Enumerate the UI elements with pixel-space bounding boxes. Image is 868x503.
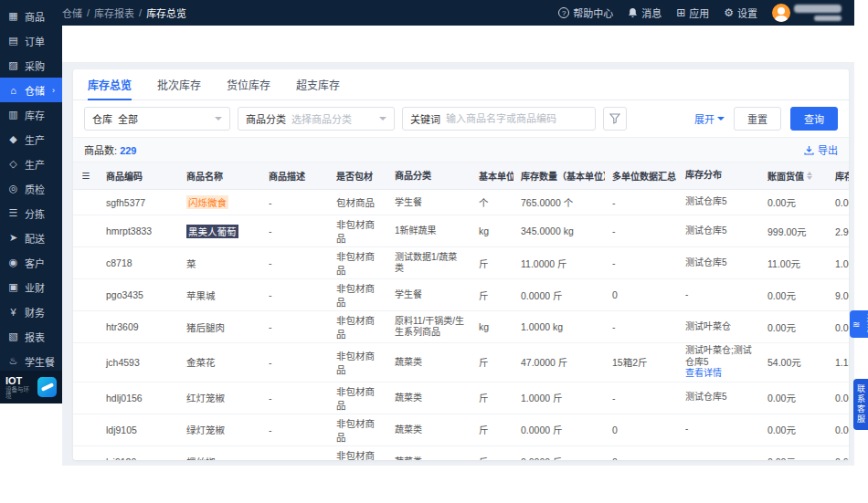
column-header[interactable]: 商品名称 bbox=[179, 162, 261, 189]
sidebar-item-质检[interactable]: ◎ 质检 › bbox=[0, 176, 62, 201]
table-row[interactable]: ldj9105 绿灯笼椒 - 非包材商品 蔬菜类 斤 0.0000 斤 0 - … bbox=[73, 414, 849, 446]
reset-button[interactable]: 重置 bbox=[734, 107, 781, 131]
table-row[interactable]: c8718 菜 - 非包材商品 测试数据1/蔬菜类 斤 11.0000 斤 - … bbox=[73, 247, 849, 279]
tab-批次库存[interactable]: 批次库存 bbox=[157, 69, 201, 100]
column-settings-icon[interactable]: ☰ bbox=[73, 162, 99, 189]
cell-category: 学生餐 bbox=[387, 279, 471, 310]
column-header[interactable]: 库存数量（基本单位） bbox=[513, 162, 605, 189]
sidebar-item-仓储[interactable]: ⌂ 仓储 › bbox=[0, 78, 62, 102]
sidebar-item-库存[interactable]: ▥ 库存 › bbox=[0, 102, 62, 127]
cell-product-code: c8718 bbox=[99, 247, 179, 278]
category-select[interactable]: 商品分类 选择商品分类 bbox=[238, 107, 395, 131]
apps-grid-icon: ⊞ bbox=[676, 7, 685, 18]
sidebar-item-label: 报表 bbox=[25, 330, 45, 344]
column-header[interactable]: 账面货值 bbox=[760, 162, 828, 189]
column-header[interactable]: 商品分类 bbox=[387, 162, 471, 189]
table-row[interactable]: jch4593 金菜花 - 非包材商品 蔬菜类 斤 47.0000 斤 15箱2… bbox=[73, 343, 849, 382]
cell-product-name: 螺丝椒 bbox=[179, 446, 261, 461]
cell-category: 1新鲜蔬果 bbox=[387, 215, 471, 246]
sidebar-item-icon: ▤ bbox=[7, 35, 19, 47]
column-header[interactable]: 库存均价 bbox=[828, 162, 849, 189]
sidebar-item-label: 财务 bbox=[25, 305, 45, 320]
warehouse-select[interactable]: 仓库 全部 bbox=[84, 107, 230, 131]
tab-货位库存[interactable]: 货位库存 bbox=[227, 69, 270, 100]
column-header[interactable]: 库存分布 bbox=[678, 162, 760, 189]
sidebar-item-生产[interactable]: ◆ 生产 › bbox=[0, 127, 62, 152]
sidebar-item-财务[interactable]: ¥ 财务 › bbox=[0, 299, 62, 324]
sidebar-item-报表[interactable]: ▧ 报表 › bbox=[0, 324, 62, 349]
user-menu[interactable] bbox=[772, 4, 842, 22]
tab-库存总览[interactable]: 库存总览 bbox=[88, 69, 132, 100]
sidebar-footer[interactable]: IOT 设备与环境 bbox=[0, 371, 62, 403]
table-row[interactable]: sgfh5377 闪烁微食 - 包材商品 学生餐 个 765.0000 个 - … bbox=[73, 190, 849, 215]
sidebar-item-客户[interactable]: ◉ 客户 › bbox=[0, 250, 62, 275]
view-details-link[interactable]: 查看详情 bbox=[685, 368, 753, 380]
filter-float-button[interactable]: ≋ 过滤 bbox=[850, 310, 868, 338]
cell-category: 测试数据1/蔬菜类 bbox=[387, 247, 471, 278]
column-header[interactable]: 商品编码 bbox=[99, 162, 179, 189]
sidebar-item-icon: ▥ bbox=[7, 109, 19, 121]
sort-icon[interactable] bbox=[807, 172, 812, 180]
column-header[interactable]: 基本单位 bbox=[471, 162, 513, 189]
sidebar-item-采购[interactable]: ▨ 采购 › bbox=[0, 53, 62, 78]
cell-avg-price: 0.00元 bbox=[828, 446, 849, 461]
keyword-input[interactable] bbox=[446, 113, 587, 124]
cell-description: - bbox=[261, 446, 329, 461]
column-header[interactable]: 是否包材 bbox=[329, 162, 387, 189]
cell-packing: 非包材商品 bbox=[329, 311, 387, 342]
chevron-down-icon bbox=[717, 117, 725, 121]
cell-product-name: 红灯笼椒 bbox=[179, 382, 261, 414]
breadcrumb-item[interactable]: 库存报表 bbox=[94, 5, 134, 20]
user-name-redacted bbox=[794, 5, 842, 21]
main-content: 库存总览批次库存货位库存超支库存 仓库 全部 商品分类 选择商品分类 关键词 bbox=[62, 62, 854, 466]
sidebar-item-学生餐[interactable]: ♨ 学生餐 › bbox=[0, 349, 62, 371]
tab-超支库存[interactable]: 超支库存 bbox=[296, 69, 340, 100]
service-float-tab[interactable]: 联系客服 bbox=[853, 379, 868, 430]
help-center-link[interactable]: ? 帮助中心 bbox=[558, 5, 613, 20]
sidebar-item-订单[interactable]: ▤ 订单 › bbox=[0, 28, 62, 53]
cell-category: 学生餐 bbox=[387, 190, 471, 215]
cell-multi-unit: - bbox=[605, 247, 678, 278]
sidebar-item-label: 分拣 bbox=[25, 206, 45, 221]
sidebar-item-分拣[interactable]: ☰ 分拣 › bbox=[0, 201, 62, 225]
sidebar-item-icon: ➤ bbox=[7, 232, 19, 244]
cell-category: 蔬菜类 bbox=[387, 382, 471, 414]
sidebar-item-label: 生产 bbox=[25, 157, 45, 172]
cell-multi-unit: 0 bbox=[605, 414, 678, 445]
apps-link[interactable]: ⊞ 应用 bbox=[676, 5, 709, 20]
sidebar-item-label: 商品 bbox=[25, 9, 45, 24]
breadcrumb-current: 库存总览 bbox=[146, 5, 186, 20]
column-header[interactable]: 商品描述 bbox=[261, 162, 329, 189]
messages-link[interactable]: 消息 bbox=[628, 5, 662, 20]
cell-multi-unit: - bbox=[605, 190, 678, 215]
settings-link[interactable]: ⚙ 设置 bbox=[724, 5, 757, 20]
table-row[interactable]: pgo3435 苹果城 - 非包材商品 学生餐 斤 0.0000 斤 0 - 0… bbox=[73, 279, 849, 311]
cell-avg-price: 0.00元 bbox=[828, 311, 849, 342]
cell-packing: 非包材商品 bbox=[329, 215, 387, 246]
cell-product-code: jch4593 bbox=[99, 343, 179, 382]
sidebar-item-生产[interactable]: ◇ 生产 › bbox=[0, 152, 62, 176]
sidebar-item-label: 订单 bbox=[25, 34, 45, 48]
sidebar-item-icon: ▣ bbox=[7, 281, 19, 293]
column-header[interactable]: 多单位数据汇总 bbox=[605, 162, 678, 189]
advanced-filter-button[interactable] bbox=[603, 107, 627, 131]
sidebar-item-业财[interactable]: ▣ 业财 › bbox=[0, 275, 62, 299]
breadcrumb-item[interactable]: 仓储 bbox=[62, 5, 82, 20]
cell-packing: 非包材商品 bbox=[329, 446, 387, 461]
cell-book-value: 11.00元 bbox=[760, 247, 828, 278]
expand-toggle[interactable]: 展开 bbox=[694, 111, 725, 126]
cell-avg-price: 1.00元 bbox=[828, 247, 849, 278]
cell-book-value: 0.00元 bbox=[760, 414, 828, 445]
cell-book-value: 999.00元 bbox=[760, 215, 828, 246]
table-row[interactable]: lsj9120 螺丝椒 - 非包材商品 蔬菜类 斤 0.0000 斤 0 - 0… bbox=[73, 446, 849, 461]
cell-quantity: 1.0000 斤 bbox=[513, 382, 605, 414]
table-row[interactable]: hdlj0156 红灯笼椒 - 非包材商品 蔬菜类 斤 1.0000 斤 - 测… bbox=[73, 382, 849, 414]
cell-book-value: 0.00元 bbox=[760, 190, 828, 215]
sidebar-item-商品[interactable]: ▦ 商品 › bbox=[0, 4, 62, 28]
search-button[interactable]: 查询 bbox=[790, 107, 838, 131]
sidebar-item-配送[interactable]: ➤ 配送 › bbox=[0, 225, 62, 250]
table-row[interactable]: hmrpt3833 黑美人葡萄 - 非包材商品 1新鲜蔬果 kg 345.000… bbox=[73, 215, 849, 247]
export-button[interactable]: 导出 bbox=[804, 142, 838, 157]
filter-bar: 仓库 全部 商品分类 选择商品分类 关键词 bbox=[73, 100, 849, 137]
table-row[interactable]: htr3609 猪后腿肉 - 非包材商品 原料11/干锅类/生生系列商品 kg … bbox=[73, 311, 849, 343]
